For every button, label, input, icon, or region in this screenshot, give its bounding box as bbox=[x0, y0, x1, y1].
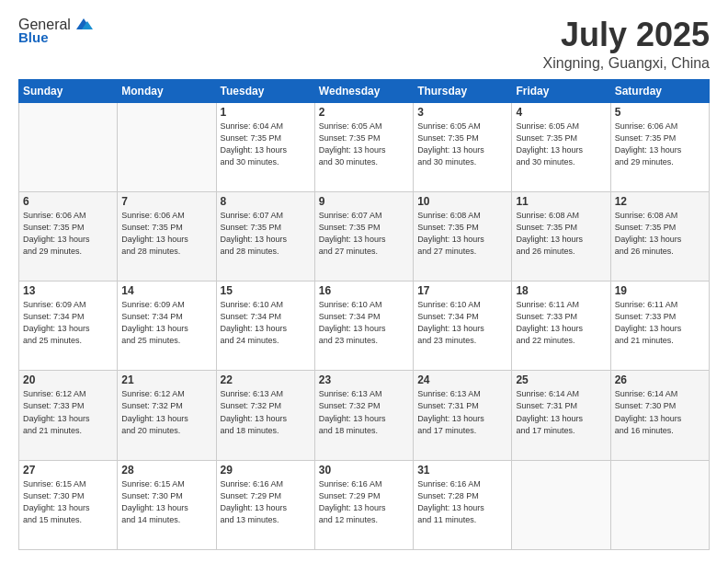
day-info: Sunrise: 6:16 AM Sunset: 7:28 PM Dayligh… bbox=[417, 478, 507, 526]
day-number: 31 bbox=[417, 464, 507, 477]
day-number: 30 bbox=[319, 464, 409, 477]
day-info: Sunrise: 6:05 AM Sunset: 7:35 PM Dayligh… bbox=[417, 121, 507, 168]
day-info: Sunrise: 6:15 AM Sunset: 7:30 PM Dayligh… bbox=[23, 478, 113, 526]
day-info: Sunrise: 6:09 AM Sunset: 7:34 PM Dayligh… bbox=[23, 299, 113, 347]
week-row-4: 20Sunrise: 6:12 AM Sunset: 7:33 PM Dayli… bbox=[19, 371, 710, 460]
day-info: Sunrise: 6:08 AM Sunset: 7:35 PM Dayligh… bbox=[615, 210, 705, 258]
day-info: Sunrise: 6:11 AM Sunset: 7:33 PM Dayligh… bbox=[516, 299, 606, 347]
calendar-cell: 31Sunrise: 6:16 AM Sunset: 7:28 PM Dayli… bbox=[414, 460, 512, 549]
day-info: Sunrise: 6:08 AM Sunset: 7:35 PM Dayligh… bbox=[417, 210, 507, 258]
day-info: Sunrise: 6:07 AM Sunset: 7:35 PM Dayligh… bbox=[319, 210, 409, 258]
weekday-header-row: SundayMondayTuesdayWednesdayThursdayFrid… bbox=[19, 79, 710, 102]
week-row-5: 27Sunrise: 6:15 AM Sunset: 7:30 PM Dayli… bbox=[19, 460, 710, 549]
calendar-cell: 17Sunrise: 6:10 AM Sunset: 7:34 PM Dayli… bbox=[414, 282, 512, 371]
calendar-cell: 18Sunrise: 6:11 AM Sunset: 7:33 PM Dayli… bbox=[512, 282, 610, 371]
day-info: Sunrise: 6:07 AM Sunset: 7:35 PM Dayligh… bbox=[221, 210, 311, 258]
day-info: Sunrise: 6:16 AM Sunset: 7:29 PM Dayligh… bbox=[221, 478, 311, 526]
day-number: 15 bbox=[221, 284, 311, 297]
weekday-header-monday: Monday bbox=[118, 79, 216, 102]
day-info: Sunrise: 6:15 AM Sunset: 7:30 PM Dayligh… bbox=[121, 478, 211, 526]
calendar-cell: 27Sunrise: 6:15 AM Sunset: 7:30 PM Dayli… bbox=[19, 460, 118, 549]
calendar-cell: 16Sunrise: 6:10 AM Sunset: 7:34 PM Dayli… bbox=[314, 282, 413, 371]
day-number: 9 bbox=[319, 195, 409, 208]
logo-blue: Blue bbox=[18, 29, 49, 45]
day-number: 12 bbox=[615, 195, 705, 208]
day-number: 26 bbox=[615, 373, 705, 386]
day-info: Sunrise: 6:13 AM Sunset: 7:31 PM Dayligh… bbox=[417, 388, 507, 436]
day-info: Sunrise: 6:14 AM Sunset: 7:31 PM Dayligh… bbox=[516, 388, 606, 436]
day-info: Sunrise: 6:05 AM Sunset: 7:35 PM Dayligh… bbox=[319, 121, 409, 168]
calendar-cell: 28Sunrise: 6:15 AM Sunset: 7:30 PM Dayli… bbox=[118, 460, 216, 549]
calendar-cell: 30Sunrise: 6:16 AM Sunset: 7:29 PM Dayli… bbox=[314, 460, 413, 549]
weekday-header-tuesday: Tuesday bbox=[216, 79, 314, 102]
calendar-cell: 1Sunrise: 6:04 AM Sunset: 7:35 PM Daylig… bbox=[216, 102, 314, 191]
calendar-cell: 5Sunrise: 6:06 AM Sunset: 7:35 PM Daylig… bbox=[610, 102, 709, 191]
day-number: 27 bbox=[23, 464, 113, 477]
calendar-cell: 4Sunrise: 6:05 AM Sunset: 7:35 PM Daylig… bbox=[512, 102, 610, 191]
day-number: 19 bbox=[615, 284, 705, 297]
title-block: July 2025 Xingning, Guangxi, China bbox=[543, 17, 710, 72]
week-row-2: 6Sunrise: 6:06 AM Sunset: 7:35 PM Daylig… bbox=[19, 191, 710, 281]
day-info: Sunrise: 6:06 AM Sunset: 7:35 PM Dayligh… bbox=[23, 210, 113, 258]
day-number: 28 bbox=[121, 464, 211, 477]
calendar-cell: 8Sunrise: 6:07 AM Sunset: 7:35 PM Daylig… bbox=[216, 191, 314, 281]
day-info: Sunrise: 6:14 AM Sunset: 7:30 PM Dayligh… bbox=[615, 388, 705, 436]
logo-icon bbox=[73, 17, 93, 33]
weekday-header-wednesday: Wednesday bbox=[314, 79, 413, 102]
week-row-1: 1Sunrise: 6:04 AM Sunset: 7:35 PM Daylig… bbox=[19, 102, 710, 191]
calendar-cell: 9Sunrise: 6:07 AM Sunset: 7:35 PM Daylig… bbox=[314, 191, 413, 281]
calendar-cell: 23Sunrise: 6:13 AM Sunset: 7:32 PM Dayli… bbox=[314, 371, 413, 460]
calendar-cell: 12Sunrise: 6:08 AM Sunset: 7:35 PM Dayli… bbox=[610, 191, 709, 281]
day-number: 2 bbox=[319, 106, 409, 119]
day-info: Sunrise: 6:08 AM Sunset: 7:35 PM Dayligh… bbox=[516, 210, 606, 258]
calendar-cell bbox=[610, 460, 709, 549]
day-info: Sunrise: 6:04 AM Sunset: 7:35 PM Dayligh… bbox=[221, 121, 311, 168]
day-number: 17 bbox=[417, 284, 507, 297]
day-number: 6 bbox=[23, 195, 113, 208]
day-number: 7 bbox=[121, 195, 211, 208]
day-number: 3 bbox=[417, 106, 507, 119]
calendar-cell: 3Sunrise: 6:05 AM Sunset: 7:35 PM Daylig… bbox=[414, 102, 512, 191]
calendar-cell: 10Sunrise: 6:08 AM Sunset: 7:35 PM Dayli… bbox=[414, 191, 512, 281]
day-number: 4 bbox=[516, 106, 606, 119]
weekday-header-thursday: Thursday bbox=[414, 79, 512, 102]
day-number: 16 bbox=[319, 284, 409, 297]
calendar-table: SundayMondayTuesdayWednesdayThursdayFrid… bbox=[18, 79, 710, 550]
day-number: 14 bbox=[121, 284, 211, 297]
weekday-header-friday: Friday bbox=[512, 79, 610, 102]
calendar-cell: 15Sunrise: 6:10 AM Sunset: 7:34 PM Dayli… bbox=[216, 282, 314, 371]
calendar-cell: 29Sunrise: 6:16 AM Sunset: 7:29 PM Dayli… bbox=[216, 460, 314, 549]
calendar-cell: 6Sunrise: 6:06 AM Sunset: 7:35 PM Daylig… bbox=[19, 191, 118, 281]
day-info: Sunrise: 6:05 AM Sunset: 7:35 PM Dayligh… bbox=[516, 121, 606, 168]
calendar-cell: 2Sunrise: 6:05 AM Sunset: 7:35 PM Daylig… bbox=[314, 102, 413, 191]
location-title: Xingning, Guangxi, China bbox=[543, 55, 710, 72]
calendar-cell bbox=[19, 102, 118, 191]
day-number: 21 bbox=[121, 373, 211, 386]
calendar-cell: 13Sunrise: 6:09 AM Sunset: 7:34 PM Dayli… bbox=[19, 282, 118, 371]
day-number: 1 bbox=[221, 106, 311, 119]
week-row-3: 13Sunrise: 6:09 AM Sunset: 7:34 PM Dayli… bbox=[19, 282, 710, 371]
calendar-cell bbox=[512, 460, 610, 549]
day-number: 20 bbox=[23, 373, 113, 386]
day-info: Sunrise: 6:10 AM Sunset: 7:34 PM Dayligh… bbox=[319, 299, 409, 347]
calendar-cell: 11Sunrise: 6:08 AM Sunset: 7:35 PM Dayli… bbox=[512, 191, 610, 281]
calendar-page: General Blue July 2025 Xingning, Guangxi… bbox=[0, 0, 728, 563]
day-number: 13 bbox=[23, 284, 113, 297]
day-number: 11 bbox=[516, 195, 606, 208]
day-number: 29 bbox=[221, 464, 311, 477]
calendar-cell: 22Sunrise: 6:13 AM Sunset: 7:32 PM Dayli… bbox=[216, 371, 314, 460]
weekday-header-sunday: Sunday bbox=[19, 79, 118, 102]
day-info: Sunrise: 6:12 AM Sunset: 7:32 PM Dayligh… bbox=[121, 388, 211, 436]
day-info: Sunrise: 6:13 AM Sunset: 7:32 PM Dayligh… bbox=[319, 388, 409, 436]
calendar-cell: 24Sunrise: 6:13 AM Sunset: 7:31 PM Dayli… bbox=[414, 371, 512, 460]
day-number: 25 bbox=[516, 373, 606, 386]
calendar-cell: 20Sunrise: 6:12 AM Sunset: 7:33 PM Dayli… bbox=[19, 371, 118, 460]
day-number: 8 bbox=[221, 195, 311, 208]
day-number: 23 bbox=[319, 373, 409, 386]
calendar-cell: 21Sunrise: 6:12 AM Sunset: 7:32 PM Dayli… bbox=[118, 371, 216, 460]
day-info: Sunrise: 6:13 AM Sunset: 7:32 PM Dayligh… bbox=[221, 388, 311, 436]
day-info: Sunrise: 6:12 AM Sunset: 7:33 PM Dayligh… bbox=[23, 388, 113, 436]
day-number: 24 bbox=[417, 373, 507, 386]
day-info: Sunrise: 6:09 AM Sunset: 7:34 PM Dayligh… bbox=[121, 299, 211, 347]
month-title: July 2025 bbox=[543, 17, 710, 53]
